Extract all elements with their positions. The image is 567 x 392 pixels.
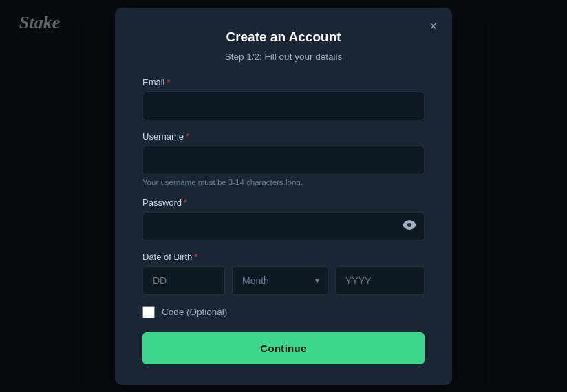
username-field-group: Username * Your username must be 3-14 ch… xyxy=(142,131,425,186)
email-field-group: Email * xyxy=(142,77,425,120)
close-button[interactable]: × xyxy=(425,17,441,35)
email-label: Email * xyxy=(142,77,425,87)
password-label: Password * xyxy=(142,197,425,208)
dob-day-wrapper xyxy=(142,266,225,295)
code-optional-checkbox[interactable] xyxy=(142,306,155,318)
username-hint: Your username must be 3-14 characters lo… xyxy=(142,178,425,186)
code-optional-row: Code (Optional) xyxy=(142,306,425,318)
username-input[interactable] xyxy=(142,146,425,175)
username-required-star: * xyxy=(186,131,189,142)
password-field-group: Password * xyxy=(142,197,425,241)
email-input[interactable] xyxy=(142,91,425,120)
password-wrapper xyxy=(142,212,425,241)
dob-required-star: * xyxy=(194,252,197,262)
dob-row: Month January February March April May J… xyxy=(142,266,425,295)
dob-month-select[interactable]: Month January February March April May J… xyxy=(232,266,328,295)
dob-year-wrapper xyxy=(335,266,425,295)
code-optional-label: Code (Optional) xyxy=(162,307,227,317)
password-required-star: * xyxy=(184,197,187,208)
dob-label: Date of Birth * xyxy=(142,252,425,262)
dob-year-input[interactable] xyxy=(335,266,425,295)
svg-point-0 xyxy=(407,223,411,227)
toggle-password-icon[interactable] xyxy=(403,220,416,232)
dob-month-wrapper: Month January February March April May J… xyxy=(232,266,328,295)
continue-button[interactable]: Continue xyxy=(142,332,425,364)
modal-title: Create an Account xyxy=(142,30,425,45)
modal-overlay: × Create an Account Step 1/2: Fill out y… xyxy=(0,0,567,392)
username-label: Username * xyxy=(142,131,425,142)
password-input[interactable] xyxy=(142,212,425,241)
dob-field-group: Date of Birth * Month January February M… xyxy=(142,252,425,295)
create-account-modal: × Create an Account Step 1/2: Fill out y… xyxy=(115,8,452,385)
email-required-star: * xyxy=(167,77,171,87)
modal-subtitle: Step 1/2: Fill out your details xyxy=(142,52,425,62)
dob-day-input[interactable] xyxy=(142,266,225,295)
